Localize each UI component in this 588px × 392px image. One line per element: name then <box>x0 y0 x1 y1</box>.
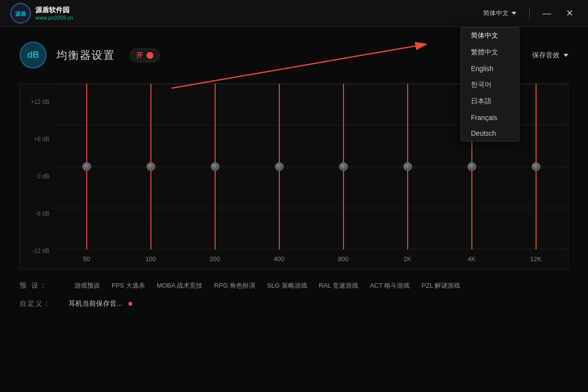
logo-text: 源盾软件园 www.pc0359.cn <box>35 6 73 21</box>
freq-label-200: 200 <box>183 249 247 269</box>
freq-label-100: 100 <box>119 249 183 269</box>
lang-option-zh-hant[interactable]: 繁體中文 <box>461 44 519 61</box>
custom-text: 耳机当前保存音... <box>69 299 122 308</box>
db-labels: +12 dB +6 dB 0 dB -6 dB -12 dB <box>20 84 54 269</box>
slider-knob-100hz[interactable] <box>147 162 155 171</box>
logo-title: 源盾软件园 <box>35 6 73 15</box>
slider-knob-12k[interactable] <box>532 162 540 171</box>
custom-dot <box>128 302 132 306</box>
eq-title: 均衡器设置 <box>56 48 115 63</box>
lang-option-ko[interactable]: 한국어 <box>461 76 519 93</box>
slider-track-400hz[interactable] <box>279 84 280 249</box>
power-toggle[interactable]: 开 <box>130 49 160 62</box>
freq-labels-row: 50 100 200 400 800 2K 4K 12K <box>54 249 568 269</box>
top-right-controls: 简体中文 — ✕ <box>478 7 578 20</box>
lang-label: 简体中文 <box>483 9 509 18</box>
lang-option-en[interactable]: English <box>461 61 519 76</box>
slider-knob-4k[interactable] <box>467 162 476 171</box>
top-bar: 源盾 源盾软件园 www.pc0359.cn 简体中文 — ✕ 简体中文 繁體中… <box>0 0 588 27</box>
minimize-button[interactable]: — <box>538 7 556 20</box>
preset-act[interactable]: ACT 格斗游戏 <box>364 279 416 292</box>
logo-url: www.pc0359.cn <box>35 15 73 21</box>
presets-label: 预 设： <box>20 281 59 290</box>
slider-knob-50hz[interactable] <box>82 162 91 171</box>
save-button[interactable]: 保存音效 <box>532 51 568 60</box>
preset-game[interactable]: 游戏预设 <box>69 279 106 292</box>
custom-row: 自定义： 耳机当前保存音... <box>20 299 568 308</box>
slider-2k[interactable] <box>375 84 440 249</box>
lang-option-zh-hans[interactable]: 简体中文 <box>461 27 519 44</box>
slider-knob-400hz[interactable] <box>275 162 284 171</box>
save-chevron-icon <box>564 54 568 57</box>
freq-label-50: 50 <box>54 249 119 269</box>
logo-area: 源盾 源盾软件园 www.pc0359.cn <box>10 2 73 24</box>
freq-label-2k: 2K <box>375 249 440 269</box>
custom-value: 耳机当前保存音... <box>69 299 132 308</box>
slider-track-2k[interactable] <box>407 84 408 249</box>
close-button[interactable]: ✕ <box>561 7 578 20</box>
preset-moba[interactable]: MOBA 战术竞技 <box>151 279 208 292</box>
freq-label-400: 400 <box>247 249 311 269</box>
power-label: 开 <box>136 51 143 60</box>
eq-icon: dB <box>20 42 47 69</box>
language-selector[interactable]: 简体中文 <box>478 7 521 20</box>
slider-200hz[interactable] <box>183 84 247 249</box>
slider-800hz[interactable] <box>311 84 375 249</box>
slider-track-100hz[interactable] <box>150 84 151 249</box>
save-label: 保存音效 <box>532 51 560 60</box>
lang-option-ja[interactable]: 日本語 <box>461 93 519 110</box>
slider-track-200hz[interactable] <box>215 84 216 249</box>
preset-pzl[interactable]: PZL 解谜游戏 <box>416 279 466 292</box>
db-label-6n: -6 dB <box>35 210 49 217</box>
slider-100hz[interactable] <box>119 84 183 249</box>
chevron-down-icon <box>512 12 516 15</box>
db-label-12n: -12 dB <box>32 247 49 254</box>
slider-track-800hz[interactable] <box>343 84 344 249</box>
logo-icon: 源盾 <box>10 2 31 24</box>
freq-label-12k: 12K <box>504 249 568 269</box>
db-label-0: 0 dB <box>37 173 49 180</box>
slider-knob-800hz[interactable] <box>339 162 348 171</box>
power-dot <box>147 52 153 59</box>
slider-knob-2k[interactable] <box>403 162 412 171</box>
language-dropdown: 简体中文 繁體中文 English 한국어 日本語 Français Deuts… <box>461 27 519 142</box>
divider <box>529 7 530 19</box>
preset-slg[interactable]: SLG 策略游戏 <box>261 279 313 292</box>
preset-ral[interactable]: RAL 竞速游戏 <box>313 279 364 292</box>
lang-option-de[interactable]: Deutsch <box>461 125 519 141</box>
slider-400hz[interactable] <box>247 84 311 249</box>
slider-track-50hz[interactable] <box>86 84 87 249</box>
preset-fps[interactable]: FPS 大逃杀 <box>106 279 151 292</box>
freq-label-4k: 4K <box>440 249 504 269</box>
slider-50hz[interactable] <box>54 84 119 249</box>
preset-rpg[interactable]: RPG 角色扮演 <box>208 279 261 292</box>
slider-knob-200hz[interactable] <box>211 162 220 171</box>
db-label-6p: +6 dB <box>34 136 49 143</box>
slider-track-12k[interactable] <box>536 84 537 249</box>
presets-row: 预 设： 游戏预设 FPS 大逃杀 MOBA 战术竞技 RPG 角色扮演 SLG… <box>20 279 568 292</box>
svg-text:源盾: 源盾 <box>15 11 26 17</box>
freq-label-800: 800 <box>311 249 375 269</box>
custom-label: 自定义： <box>20 299 59 308</box>
lang-option-fr[interactable]: Français <box>461 110 519 125</box>
db-label-12p: +12 dB <box>31 98 49 105</box>
